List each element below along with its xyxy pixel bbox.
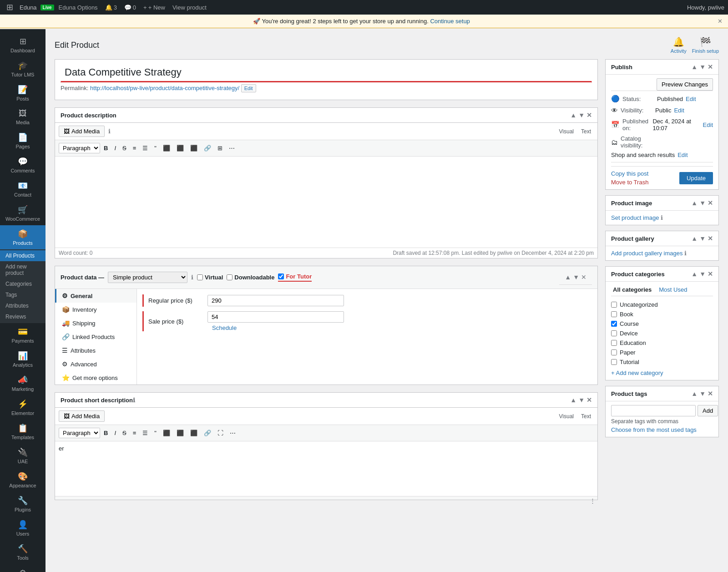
sidebar-item-analytics[interactable]: 📊 Analytics bbox=[0, 347, 46, 371]
cat-education-checkbox[interactable] bbox=[611, 340, 617, 346]
submenu-categories[interactable]: Categories bbox=[0, 278, 46, 289]
notif-close-icon[interactable]: ✕ bbox=[718, 18, 723, 25]
unordered-list-button[interactable]: ≡ bbox=[130, 143, 139, 153]
nav-shipping[interactable]: 🚚 Shipping bbox=[55, 316, 136, 330]
sidebar-item-elementor[interactable]: ⚡ Elementor bbox=[0, 395, 46, 420]
align-left-button[interactable]: ⬛ bbox=[160, 143, 173, 153]
short-desc-italic[interactable]: I bbox=[111, 428, 119, 438]
sidebar-item-pages[interactable]: 📄 Pages bbox=[0, 129, 46, 153]
product-image-toggle-close[interactable]: ✕ bbox=[708, 199, 713, 207]
product-gallery-toggle-down[interactable]: ▼ bbox=[699, 235, 706, 242]
cat-course-checkbox[interactable] bbox=[611, 321, 617, 327]
visibility-edit-link[interactable]: Edit bbox=[674, 107, 684, 114]
add-new-category-link[interactable]: + Add new category bbox=[611, 370, 713, 376]
product-gallery-toggle-close[interactable]: ✕ bbox=[708, 235, 713, 242]
link-button[interactable]: 🔗 bbox=[201, 143, 214, 153]
choose-tags-link[interactable]: Choose from the most used tags bbox=[611, 426, 713, 433]
nav-get-more[interactable]: ⭐ Get more options bbox=[55, 371, 136, 385]
sidebar-item-posts[interactable]: 📝 Posts bbox=[0, 81, 46, 105]
text-view-button[interactable]: Text bbox=[578, 127, 594, 136]
description-toggle-up[interactable]: ▲ bbox=[570, 111, 576, 119]
product-tags-toggle-close[interactable]: ✕ bbox=[708, 390, 713, 397]
published-edit-link[interactable]: Edit bbox=[703, 121, 713, 128]
sidebar-item-appearance[interactable]: 🎨 Appearance bbox=[0, 468, 46, 492]
visual-view-button[interactable]: Visual bbox=[556, 127, 576, 136]
nav-general[interactable]: ⚙ General bbox=[55, 289, 136, 303]
sidebar-item-settings[interactable]: ⚙ Settings bbox=[0, 564, 46, 572]
sidebar-item-users[interactable]: 👤 Users bbox=[0, 516, 46, 540]
product-title-input[interactable] bbox=[61, 63, 592, 82]
cat-book-checkbox[interactable] bbox=[611, 311, 617, 317]
short-desc-text-btn[interactable]: Text bbox=[578, 412, 594, 420]
product-image-help-icon[interactable]: ℹ bbox=[661, 214, 663, 221]
description-toggle-close[interactable]: ✕ bbox=[586, 111, 592, 119]
short-desc-ul[interactable]: ≡ bbox=[130, 428, 139, 438]
add-gallery-images-link[interactable]: Add product gallery images bbox=[611, 250, 683, 257]
update-button[interactable]: Update bbox=[679, 172, 713, 184]
ordered-list-button[interactable]: ☰ bbox=[140, 143, 151, 153]
help-product-icon[interactable]: ℹ bbox=[191, 274, 193, 281]
product-data-toggle-down[interactable]: ▼ bbox=[573, 273, 579, 281]
product-image-toggle-up[interactable]: ▲ bbox=[691, 199, 698, 207]
nav-attributes[interactable]: ☰ Attributes bbox=[55, 344, 136, 357]
publish-toggle-close[interactable]: ✕ bbox=[708, 63, 713, 71]
for-tutor-checkbox[interactable] bbox=[278, 273, 284, 279]
short-desc-strike[interactable]: S bbox=[120, 428, 129, 438]
table-button[interactable]: ⊞ bbox=[215, 143, 225, 153]
publish-toggle-down[interactable]: ▼ bbox=[699, 63, 706, 71]
short-desc-editor[interactable]: er bbox=[55, 441, 597, 496]
sidebar-item-comments[interactable]: 💬 Comments bbox=[0, 153, 46, 177]
wp-logo-icon[interactable]: ⊞ bbox=[4, 2, 16, 12]
tags-input[interactable] bbox=[611, 405, 696, 416]
more-button[interactable]: ⋯ bbox=[226, 143, 238, 153]
sidebar-item-marketing[interactable]: 📣 Marketing bbox=[0, 371, 46, 395]
preview-changes-button[interactable]: Preview Changes bbox=[657, 78, 713, 91]
publish-toggle-up[interactable]: ▲ bbox=[691, 63, 698, 71]
most-used-tab[interactable]: Most Used bbox=[657, 285, 689, 294]
submenu-reviews[interactable]: Reviews bbox=[0, 311, 46, 322]
product-categories-toggle-down[interactable]: ▼ bbox=[699, 270, 706, 278]
downloadable-checkbox[interactable] bbox=[227, 274, 233, 280]
nav-advanced[interactable]: ⚙ Advanced bbox=[55, 357, 136, 371]
short-desc-visual-btn[interactable]: Visual bbox=[556, 412, 576, 420]
product-gallery-toggle-up[interactable]: ▲ bbox=[691, 235, 698, 242]
short-desc-help[interactable]: ℹ bbox=[133, 397, 135, 404]
sidebar-item-tutor[interactable]: 🎓 Tutor LMS bbox=[0, 57, 46, 81]
regular-price-input[interactable] bbox=[207, 295, 344, 306]
set-product-image-link[interactable]: Set product image bbox=[611, 214, 659, 221]
sidebar-item-tools[interactable]: 🔨 Tools bbox=[0, 540, 46, 564]
align-center-button[interactable]: ⬛ bbox=[174, 143, 187, 153]
short-desc-add-media-button[interactable]: 🖼 Add Media bbox=[59, 410, 105, 422]
product-tags-toggle-up[interactable]: ▲ bbox=[691, 390, 698, 397]
all-categories-tab[interactable]: All categories bbox=[611, 285, 653, 294]
help-icon[interactable]: ℹ bbox=[108, 128, 111, 135]
sidebar-item-plugins[interactable]: 🔧 Plugins bbox=[0, 492, 46, 516]
status-edit-link[interactable]: Edit bbox=[686, 96, 696, 102]
submenu-tags[interactable]: Tags bbox=[0, 289, 46, 300]
sidebar-item-contact[interactable]: 📧 Contact bbox=[0, 177, 46, 201]
sidebar-item-templates[interactable]: 📋 Templates bbox=[0, 420, 46, 444]
new-link[interactable]: + + New bbox=[141, 4, 168, 11]
product-tags-toggle-down[interactable]: ▼ bbox=[699, 390, 706, 397]
comments-link[interactable]: 💬 0 bbox=[121, 4, 139, 11]
product-image-toggle-down[interactable]: ▼ bbox=[699, 199, 706, 207]
short-desc-align-left[interactable]: ⬛ bbox=[160, 428, 173, 438]
short-desc-toggle-up[interactable]: ▲ bbox=[570, 396, 576, 404]
sidebar-item-woocommerce[interactable]: 🛒 WooCommerce bbox=[0, 201, 46, 225]
submenu-attributes[interactable]: Attributes bbox=[0, 300, 46, 311]
strikethrough-button[interactable]: S bbox=[120, 143, 129, 153]
schedule-link[interactable]: Schedule bbox=[212, 324, 344, 331]
virtual-label[interactable]: Virtual bbox=[197, 274, 223, 281]
nav-linked-products[interactable]: 🔗 Linked Products bbox=[55, 330, 136, 344]
cat-paper-checkbox[interactable] bbox=[611, 349, 617, 355]
sidebar-item-media[interactable]: 🖼 Media bbox=[0, 105, 46, 129]
short-desc-paragraph-select[interactable]: Paragraph bbox=[59, 428, 100, 438]
bold-button[interactable]: B bbox=[101, 143, 111, 153]
short-desc-more[interactable]: ⋯ bbox=[227, 428, 238, 438]
short-desc-toggle-close[interactable]: ✕ bbox=[586, 396, 592, 404]
short-desc-expand[interactable]: ⛶ bbox=[215, 428, 226, 438]
cat-uncategorized-checkbox[interactable] bbox=[611, 302, 617, 308]
eduna-options-link[interactable]: Eduna Options bbox=[56, 4, 101, 11]
product-categories-toggle-up[interactable]: ▲ bbox=[691, 270, 698, 278]
product-type-select[interactable]: Simple product Variable product Grouped … bbox=[108, 272, 187, 283]
